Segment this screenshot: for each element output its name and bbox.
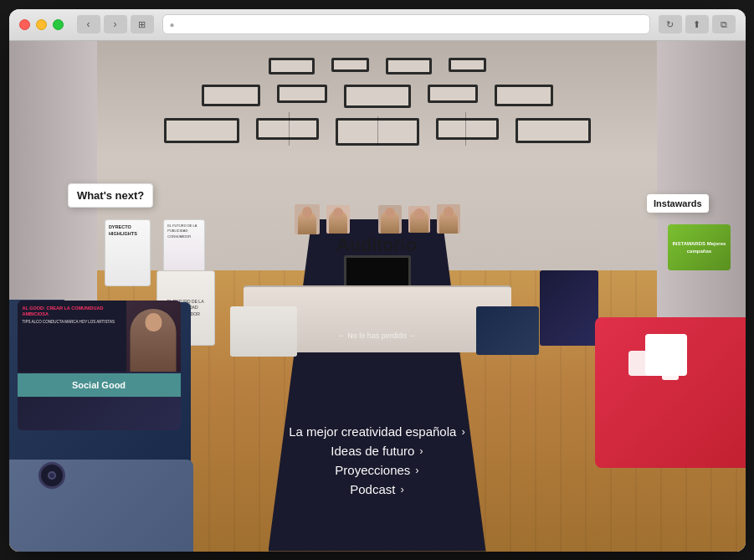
nav-item-creatividad-arrow: › (461, 425, 464, 438)
nav-text-overlay: La mejor creatividad española › Ideas de… (260, 424, 495, 501)
podium-left (230, 306, 297, 357)
share-button[interactable]: ⬆ (685, 15, 709, 33)
title-bar: ‹ › ⊞ ● ↻ ⬆ ⧉ (9, 9, 746, 41)
ceiling-light (164, 118, 239, 143)
ceiling-light (428, 85, 478, 103)
ceiling-light (449, 58, 486, 72)
white-shape-2 (628, 351, 654, 376)
scene: Auditorio DYRECTO HIGHLIGHTS EL FUTURO D… (9, 41, 746, 552)
lamp-string (377, 116, 378, 146)
disc-icon[interactable] (38, 462, 65, 489)
speaker-photo-2 (326, 205, 350, 234)
nav-item-proyecciones[interactable]: Proyecciones › (260, 463, 495, 477)
reload-button[interactable]: ↻ (659, 15, 682, 33)
white-shape-3 (662, 363, 679, 380)
speaker-photo-4 (408, 206, 430, 233)
nav-item-creatividad[interactable]: La mejor creatividad española › (260, 424, 495, 439)
center-path-hint: ← No lo has perdido → (338, 331, 417, 340)
social-good-red-text: AL GOOD: CREAR LA COMUNIDUAD AMBICIOSA (23, 306, 121, 318)
ceiling-light (202, 85, 260, 106)
ceiling-light (269, 58, 315, 74)
auditorio-label: Auditorio (252, 234, 503, 256)
ceiling-light (495, 85, 553, 106)
speaker-photo-3 (378, 205, 402, 234)
nav-item-proyecciones-arrow: › (415, 464, 418, 476)
instawards-sign[interactable]: Instawards (647, 194, 708, 213)
green-banner[interactable]: INSTAWARDS Mejores campañas (668, 224, 731, 270)
whats-next-sign[interactable]: What's next? (68, 183, 153, 208)
lamp-string (465, 112, 466, 146)
nav-item-podcast[interactable]: Podcast › (260, 482, 495, 496)
nav-item-ideas-arrow: › (419, 444, 423, 457)
traffic-lights (19, 19, 64, 30)
disc-inner (48, 471, 56, 480)
left-banner-1: DYRECTO HIGHLIGHTS (105, 219, 151, 286)
social-good-card[interactable]: AL GOOD: CREAR LA COMUNIDUAD AMBICIOSA T… (18, 301, 181, 430)
tabs-button[interactable]: ⧉ (712, 15, 736, 33)
forward-button[interactable]: › (104, 15, 127, 33)
ceiling-light (515, 118, 591, 143)
nav-item-proyecciones-text: Proyecciones (335, 463, 410, 477)
whats-next-label: What's next? (77, 189, 144, 202)
close-button[interactable] (19, 19, 30, 30)
address-bar[interactable]: ● (162, 14, 650, 34)
maximize-button[interactable] (53, 19, 64, 30)
social-good-white-text: TIPS ALCO CONDUCTA MARCA HOY LOS ARTISTA… (23, 320, 121, 325)
nav-item-podcast-arrow: › (400, 483, 403, 496)
social-good-image (126, 301, 181, 372)
nav-item-podcast-text: Podcast (350, 482, 395, 496)
person-silhouette (131, 309, 177, 372)
speakers-row (295, 204, 460, 234)
person-head (145, 313, 162, 331)
sidebar-toggle-button[interactable]: ⊞ (131, 15, 154, 33)
ceiling-light (331, 58, 369, 72)
green-banner-text: INSTAWARDS Mejores campañas (671, 240, 727, 254)
ceiling-light (256, 118, 319, 140)
minimize-button[interactable] (36, 19, 47, 30)
speaker-photo-5 (437, 204, 460, 234)
browser-window: ‹ › ⊞ ● ↻ ⬆ ⧉ (9, 9, 746, 552)
bottom-left-area (9, 460, 193, 552)
ceiling-light (277, 85, 327, 103)
nav-item-ideas-text: Ideas de futuro (331, 444, 414, 458)
ceiling-light (436, 118, 499, 140)
nav-item-ideas[interactable]: Ideas de futuro › (260, 444, 495, 458)
viewport: Auditorio DYRECTO HIGHLIGHTS EL FUTURO D… (9, 41, 746, 552)
ceiling-light (386, 58, 432, 74)
instawards-label: Instawards (654, 198, 701, 208)
kiosk-right (540, 270, 598, 346)
lamp-string (289, 112, 290, 146)
ceiling-light (344, 85, 411, 108)
social-good-label-bar[interactable]: Social Good (18, 373, 181, 397)
light-row-1 (9, 58, 746, 74)
speaker-photo-1 (295, 204, 320, 234)
nav-buttons: ‹ › ⊞ (77, 15, 154, 33)
social-good-card-top: AL GOOD: CREAR LA COMUNIDUAD AMBICIOSA T… (18, 301, 181, 372)
back-button[interactable]: ‹ (77, 15, 100, 33)
light-row-2 (9, 85, 746, 108)
social-good-text-area: AL GOOD: CREAR LA COMUNIDUAD AMBICIOSA T… (18, 301, 126, 372)
podium-right (476, 306, 539, 355)
toolbar-right: ↻ ⬆ ⧉ (659, 15, 736, 33)
nav-item-creatividad-text: La mejor creatividad española (289, 424, 456, 439)
right-platform (595, 317, 746, 468)
social-good-label: Social Good (72, 380, 126, 390)
